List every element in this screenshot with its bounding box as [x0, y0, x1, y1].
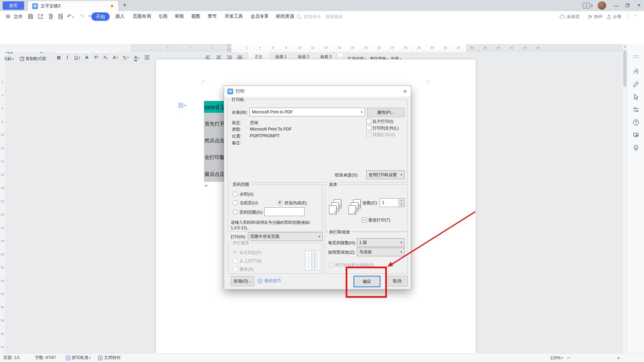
- collapse-ribbon-button[interactable]: ⌃: [634, 14, 637, 19]
- radio-page-range[interactable]: [233, 210, 238, 215]
- avatar[interactable]: [598, 1, 606, 10]
- radio-all-label[interactable]: 全部(A): [239, 192, 254, 197]
- bold-button[interactable]: B: [57, 55, 61, 60]
- printer-checkbox-0[interactable]: [366, 119, 371, 124]
- doc-body-line[interactable]: 在打印窗: [205, 154, 225, 161]
- zoom-in-button[interactable]: +: [617, 354, 620, 362]
- scroll-up-icon[interactable]: ▲: [623, 44, 627, 48]
- spell-check-toggle[interactable]: 拼写检查▾: [66, 354, 91, 362]
- printer-checkbox-label[interactable]: 打印到文件(L): [373, 125, 399, 131]
- adjust-sliders-icon[interactable]: [633, 106, 639, 113]
- restore-button[interactable]: [623, 1, 633, 10]
- menu-tab-7[interactable]: 开发工具: [225, 11, 243, 22]
- save-status[interactable]: 未保存: [559, 14, 580, 20]
- radio-page-range-label[interactable]: 页码范围(G):: [239, 210, 264, 215]
- menu-tab-6[interactable]: 章节: [208, 11, 217, 22]
- print-what-combobox[interactable]: 范围中所有页面▾: [248, 232, 323, 241]
- options-button[interactable]: 选项(O)...: [231, 276, 254, 286]
- printer-name-combobox[interactable]: Microsoft Print to PDF▾: [250, 108, 365, 116]
- superscript-button[interactable]: X²: [94, 55, 98, 60]
- menu-tab-1[interactable]: 插入: [115, 11, 124, 22]
- page-range-input[interactable]: [264, 207, 305, 216]
- close-button[interactable]: ×: [634, 1, 644, 10]
- spinner-up-icon[interactable]: ▲: [399, 199, 404, 203]
- menu-tab-9[interactable]: 稻壳资源: [276, 11, 294, 22]
- collaborate-button[interactable]: 协作: [588, 14, 603, 20]
- text-effects-button[interactable]: A▾: [113, 55, 118, 60]
- menu-tab-3[interactable]: 引用: [158, 11, 167, 22]
- doc-body-line[interactable]: 最后点击: [205, 171, 225, 177]
- copies-spinner[interactable]: 1 ▲ ▼: [380, 198, 405, 207]
- radio-current-label[interactable]: 当前页(U): [239, 200, 258, 206]
- menu-tab-8[interactable]: 会员专享: [251, 11, 269, 22]
- collate-label[interactable]: 逐份打印(T): [368, 217, 390, 223]
- cancel-button[interactable]: 取消: [386, 276, 408, 287]
- quick-tools-bulb-icon[interactable]: [633, 145, 639, 151]
- ink-feedback-icon[interactable]: [633, 132, 639, 139]
- menu-tab-5[interactable]: 视图: [191, 11, 200, 22]
- character-border-button[interactable]: A: [145, 55, 149, 60]
- share-button[interactable]: 分享: [606, 14, 622, 20]
- radio-selection[interactable]: [278, 200, 283, 205]
- document-tab[interactable]: W 文字文稿3: [28, 1, 118, 11]
- file-menu[interactable]: 文件: [5, 14, 23, 20]
- menu-tab-home[interactable]: 开始: [91, 12, 110, 21]
- format-painter-button[interactable]: 格式刷: [34, 56, 46, 62]
- tips-link[interactable]: 操作技巧: [258, 278, 281, 284]
- help-icon[interactable]: [633, 119, 639, 126]
- rocket-icon[interactable]: [633, 68, 639, 75]
- window-list-button[interactable]: 1: [583, 3, 593, 8]
- doc-proof-toggle[interactable]: 文档校对: [98, 354, 121, 362]
- command-search[interactable]: 查找命令、搜索模板: [297, 14, 343, 20]
- dialog-close-icon[interactable]: ✕: [403, 89, 407, 94]
- qat-more-button[interactable]: ▾: [89, 14, 90, 18]
- menu-tab-2[interactable]: 页面布局: [133, 11, 151, 22]
- radio-current-page[interactable]: [233, 200, 238, 205]
- export-icon[interactable]: [38, 13, 44, 19]
- highlight-color-button[interactable]: ✎▾: [123, 55, 128, 60]
- home-button[interactable]: 首页: [3, 1, 24, 10]
- undo-button[interactable]: ↶▾: [67, 13, 74, 19]
- save-icon[interactable]: [28, 13, 34, 19]
- vertical-ruler[interactable]: 24681012141618202224262830323436384042: [0, 52, 5, 353]
- word-count[interactable]: 字数: 87/87: [35, 354, 56, 362]
- select-arrow-icon[interactable]: [633, 94, 639, 100]
- zoom-out-button[interactable]: −: [567, 354, 570, 362]
- horizontal-ruler[interactable]: 6422468101214161820222426283032343638404…: [0, 44, 644, 52]
- radio-all-pages[interactable]: [233, 192, 238, 197]
- strikethrough-button[interactable]: A: [85, 55, 88, 60]
- italic-button[interactable]: I: [66, 55, 68, 60]
- new-tab-button[interactable]: +: [123, 1, 126, 9]
- printer-checkbox-1[interactable]: [366, 125, 371, 131]
- printer-checkbox-label[interactable]: 反片打印(I): [373, 119, 393, 124]
- menu-tab-4[interactable]: 审阅: [175, 11, 184, 22]
- zoom-level[interactable]: 120%▾: [550, 354, 563, 362]
- copy-button[interactable]: 复制: [19, 56, 34, 62]
- indent-markers[interactable]: [227, 45, 231, 52]
- vertical-scrollbar[interactable]: ▲: [623, 44, 627, 353]
- print-icon[interactable]: [48, 13, 54, 19]
- subscript-button[interactable]: X₂: [103, 55, 108, 60]
- printer-properties-button[interactable]: 属性(P)...: [367, 108, 405, 117]
- underline-button[interactable]: U▾: [74, 55, 80, 60]
- doc-body-line[interactable]: 首先打开: [205, 121, 225, 127]
- collate-checkbox[interactable]: ✓: [362, 217, 367, 222]
- print-preview-icon[interactable]: [58, 13, 64, 19]
- more-menu-button[interactable]: ⋮: [626, 14, 631, 19]
- paste-button[interactable]: 粘贴▾: [3, 56, 14, 62]
- redo-button[interactable]: ↷: [80, 13, 84, 19]
- scale-to-paper-combobox[interactable]: 无缩放▾: [357, 248, 405, 256]
- font-color-button[interactable]: A▾: [134, 55, 140, 61]
- print-dialog-titlebar[interactable]: W 打印 ✕: [224, 86, 411, 97]
- ok-button[interactable]: 确定: [354, 276, 380, 287]
- scrollbar-thumb[interactable]: [623, 50, 627, 87]
- pages-per-sheet-combobox[interactable]: 1 版▾: [357, 238, 405, 247]
- paper-source-combobox[interactable]: 使用打印机设置▾: [366, 170, 405, 179]
- paste-options-button[interactable]: ▾: [178, 102, 186, 108]
- panel-handle[interactable]: [633, 57, 639, 58]
- doc-body-line[interactable]: 然后点击: [205, 138, 225, 144]
- minimize-button[interactable]: —: [611, 1, 621, 10]
- smart-pen-icon[interactable]: [633, 81, 639, 88]
- radio-selection-label[interactable]: 所选内容(E): [284, 200, 307, 206]
- spinner-down-icon[interactable]: ▼: [399, 203, 404, 207]
